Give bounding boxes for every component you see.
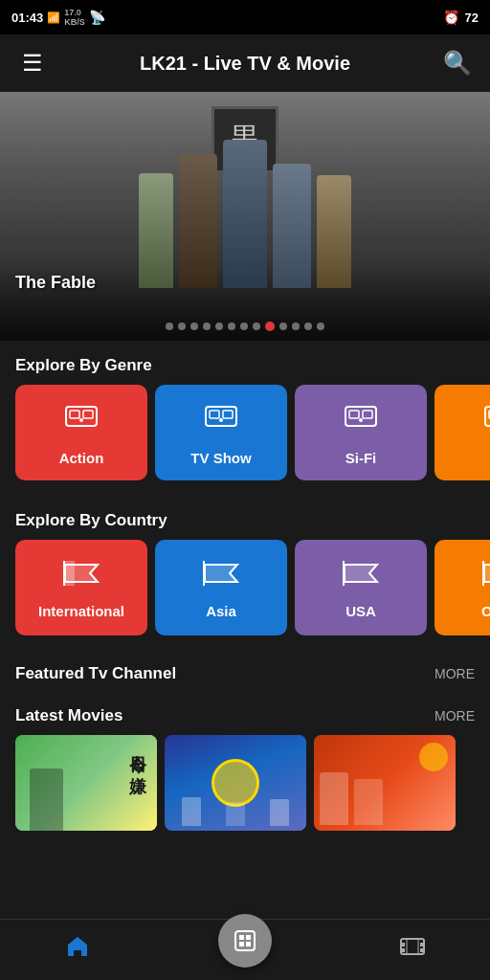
play-center-button[interactable]	[218, 914, 272, 968]
dot-13	[317, 323, 324, 330]
movie-1-text: 今日も嫌	[126, 743, 149, 763]
svg-point-11	[359, 418, 363, 422]
genre-grid: Action TV Show Si-Fi	[0, 385, 490, 496]
svg-rect-22	[239, 935, 244, 940]
bottom-nav	[0, 919, 490, 980]
svg-rect-1	[70, 411, 79, 418]
country-grid: International Asia USA	[0, 540, 490, 651]
tvshow-icon	[204, 399, 238, 440]
dot-9-active	[265, 322, 275, 331]
genre-card-tvshow[interactable]: TV Show	[155, 385, 287, 480]
country-card-international[interactable]: International	[15, 540, 147, 635]
svg-rect-8	[345, 407, 376, 426]
movie-card-2[interactable]	[165, 735, 306, 831]
dot-4	[203, 323, 211, 330]
alarm-icon: ⏰	[443, 10, 459, 25]
status-right: ⏰ 72	[443, 10, 479, 25]
svg-point-7	[219, 418, 223, 422]
genre-card-other[interactable]: A	[434, 385, 490, 480]
app-title: LK21 - Live TV & Movie	[50, 53, 440, 75]
svg-rect-0	[66, 407, 97, 426]
usa-flag-icon	[341, 557, 381, 593]
nav-films[interactable]	[399, 933, 426, 967]
movie-1-figure	[30, 768, 63, 831]
svg-rect-29	[420, 943, 424, 947]
featured-section-header-row: Featured Tv Channel MORE	[0, 651, 490, 693]
scifi-label: Si-Fi	[345, 450, 377, 466]
search-button[interactable]: 🔍	[440, 50, 475, 77]
svg-rect-21	[235, 931, 255, 950]
tvshow-label: TV Show	[190, 450, 251, 466]
svg-rect-10	[363, 411, 372, 418]
featured-section-title: Featured Tv Channel	[15, 664, 176, 683]
hero-banner[interactable]: 黒 The Fable	[0, 92, 490, 341]
country-card-asia[interactable]: Asia	[155, 540, 287, 635]
movie-card-3[interactable]	[314, 735, 456, 831]
svg-rect-23	[246, 935, 251, 940]
action-icon	[64, 399, 99, 440]
dot-10	[279, 323, 287, 330]
asia-label: Asia	[206, 603, 236, 619]
wifi-icon: 📡	[89, 10, 105, 25]
other-country-label: Other	[481, 603, 490, 619]
genre-card-scifi[interactable]: Si-Fi	[295, 385, 427, 480]
status-bar: 01:43 📶 17.0KB/S 📡 ⏰ 72	[0, 0, 490, 34]
time-display: 01:43	[11, 11, 43, 25]
movies-row: 今日も嫌	[0, 735, 490, 846]
dot-8	[253, 323, 260, 330]
svg-rect-28	[401, 948, 405, 952]
usa-label: USA	[345, 603, 376, 619]
dot-3	[190, 323, 198, 330]
genre-section-header: Explore By Genre	[0, 341, 490, 385]
country-section-header: Explore By Country	[0, 496, 490, 540]
data-speed: 17.0KB/S	[64, 8, 85, 27]
svg-point-3	[79, 418, 83, 422]
country-card-other[interactable]: Other	[434, 540, 490, 635]
international-label: International	[38, 603, 124, 619]
movie-2-figures	[169, 792, 301, 826]
signal-icon: 📶	[47, 11, 60, 24]
svg-rect-25	[246, 942, 251, 947]
dot-2	[178, 323, 186, 330]
menu-button[interactable]: ☰	[15, 50, 50, 77]
movies-section-header-row: Latest Movies MORE	[0, 693, 490, 735]
svg-rect-4	[206, 407, 236, 426]
battery-display: 72	[465, 11, 479, 25]
featured-more-link[interactable]: MORE	[434, 666, 475, 681]
hero-scene: 黒 The Fable	[0, 92, 490, 341]
svg-rect-30	[420, 948, 424, 952]
scifi-icon	[344, 399, 378, 440]
other-genre-icon	[483, 399, 490, 440]
svg-rect-9	[349, 411, 359, 418]
movies-more-link[interactable]: MORE	[434, 708, 475, 724]
svg-rect-5	[210, 411, 219, 418]
banner-dots	[0, 322, 490, 331]
svg-rect-27	[401, 943, 405, 947]
action-label: Action	[59, 450, 104, 466]
dot-7	[240, 323, 248, 330]
nav-home[interactable]	[64, 933, 91, 967]
genre-card-action[interactable]: Action	[15, 385, 147, 480]
asia-flag-icon	[201, 557, 241, 593]
dot-6	[228, 323, 235, 330]
svg-rect-2	[83, 411, 93, 418]
other-flag-icon	[480, 557, 490, 593]
movies-section-title: Latest Movies	[15, 706, 122, 725]
movie-3-explosion	[419, 743, 448, 771]
status-time: 01:43 📶 17.0KB/S 📡	[11, 8, 105, 27]
svg-rect-6	[223, 411, 233, 418]
country-card-usa[interactable]: USA	[295, 540, 427, 635]
dot-11	[292, 323, 300, 330]
home-icon	[64, 933, 91, 967]
international-flag-icon	[61, 557, 101, 593]
dot-1	[166, 323, 173, 330]
header: ☰ LK21 - Live TV & Movie 🔍	[0, 34, 490, 92]
dot-5	[215, 323, 223, 330]
movie-card-1[interactable]: 今日も嫌	[15, 735, 157, 831]
dot-12	[304, 323, 312, 330]
film-strip-icon	[399, 933, 426, 967]
svg-rect-24	[239, 942, 244, 947]
